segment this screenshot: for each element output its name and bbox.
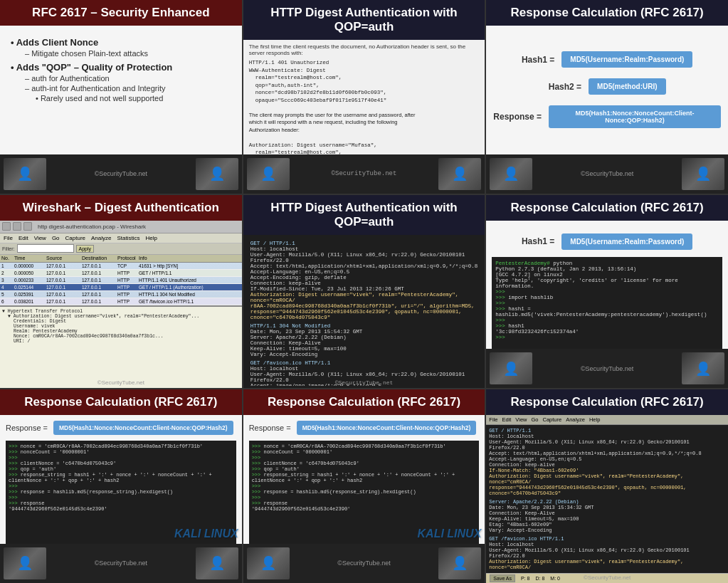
ws-col-no: No. [0,256,14,261]
c9-t6: Connection: keep-alive [489,462,725,468]
py-line7: >>> [495,300,719,306]
ws-detail-line3: Credentials: Digest [14,319,240,324]
cell1-header: RFC 2617 – Security Enhanced [0,0,242,26]
ws-menu-view[interactable]: View [34,235,46,241]
cell7-resp-box: MD5(Hash1:Nonce:NonceCount:Client-Nonce:… [53,421,233,435]
t7-l1: >>> nonce = 'cmR0CA/r8AA-7002cad894ec998… [9,443,233,449]
wireshark-simulator: http digest-authentication.pcap - Wiresh… [0,221,242,389]
ws-pkt3-dst: 127.0.0.1 [82,278,117,283]
c9-t1: GET / HTTP/1.1 [489,428,725,434]
cell5-date: Date: Mon, 23 Sep 2013 15:54:32 GMT [250,329,478,335]
ws-packet-2[interactable]: 2 0.000050 127.0.0.1 127.0.0.1 HTTP GET … [0,270,242,277]
ws-packet-1[interactable]: 1 0.000000 127.0.0.1 127.0.0.1 TCP 41631… [0,263,242,270]
ws-label: http digest-authentication.pcap - Wiresh… [38,224,146,230]
c9-t2: Host: localhost [489,434,725,439]
ws-pkt5-dst: 127.0.0.1 [82,292,117,297]
cell5-ka: Keep-Alive: timeout=5, max=100 [250,346,478,352]
ws-pkt5-info: HTTP/1.1 304 Not Modified [139,292,242,297]
ws-pkt3-no: 3 [0,278,14,283]
hash1-label: Hash1 = [522,55,554,65]
c9-help[interactable]: Help [589,416,600,423]
thumb-right-3: 👤 [682,158,724,190]
thumb-right-1: 👤 [196,158,238,190]
thumb-left-8: 👤 [247,547,290,579]
ws-menu-analyze[interactable]: Analyze [91,235,111,241]
hash1-row: Hash1 = MD5(Username:Realm:Password) [522,51,692,68]
ws-menu-file[interactable]: File [4,235,13,241]
ws-pkt4-prot: HTTP [117,285,139,290]
ws-pkt6-no: 6 [0,299,14,304]
c9-file[interactable]: File [489,416,497,423]
py-line5: >>> [495,289,719,295]
ws-pkt5-src: 127.0.0.1 [46,292,82,297]
c9-view[interactable]: View [515,416,527,423]
cell9-terminal: GET / HTTP/1.1 Host: localhost User-Agen… [486,425,728,573]
bullet-rarely-used: • Rarely used and not well supported [36,94,231,103]
ws-detail-uri: URI: / [14,339,240,344]
cell5-auth-line3: response="9444743d2960f562e01045d53c4e23… [250,309,478,320]
thumb-right-8: 👤 [438,547,481,579]
thumb-left-7: 👤 [4,547,46,579]
ws-pkt4-dst: 127.0.0.1 [82,285,117,290]
ws-menu-statistics[interactable]: Statistics [117,235,140,241]
ws-pkt3-prot: HTTP [117,278,139,283]
ws-btn-1[interactable] [2,222,11,231]
watermark-4: ©SecurityTube.net [0,379,242,386]
ws-pkt2-info: GET / HTTP/1.1 [139,271,242,275]
cell6-content: Hash1 = MD5(Username:Realm:Password) Pen… [486,221,728,389]
c9-edit[interactable]: Edit [502,416,511,423]
cell5-auth-line2: r8AA-7002cad894ec998768d340a0aa7f3b1cf0f… [250,303,478,309]
t7-l5: >>> qop = 'auth' [9,466,233,472]
ws-col-info: Info [139,256,242,261]
c9-go[interactable]: Go [531,416,538,423]
cell-wireshark-bot: Response Calculation (RFC 2617) File Edi… [486,389,728,583]
face-icon-1: 👤 [4,158,46,190]
cell5-terminal: GET / HTTP/1.1 Host: localhost User-Agen… [247,237,482,387]
t7-l7: >>> [9,483,233,489]
ws-packet-3[interactable]: 3 0.000233 127.0.0.1 127.0.0.1 HTTP HTTP… [0,277,242,284]
ws-packet-5[interactable]: 5 0.025391 127.0.0.1 127.0.0.1 HTTP HTTP… [0,291,242,298]
t7-l9: >>> [9,495,233,500]
ws-packet-6[interactable]: 6 0.038201 127.0.0.1 127.0.0.1 HTTP GET … [0,298,242,305]
ws-menu-help[interactable]: Help [146,235,157,241]
ws-filter-apply[interactable]: Apply [76,245,95,253]
cell-http-digest-mid: HTTP Digest Authentication with QOP=auth… [243,195,485,389]
py-line2: Python 2.7.3 (default, Jan 2 2013, 13:56… [495,266,719,272]
thumbnail-bar-2: 👤 ©SecurityTube.net 👤 [243,154,485,194]
c9-t12: Connection: Keep-Alive [489,510,725,516]
ws-packets: No. Time Source Destination Protocol Inf… [0,255,242,389]
response-label: Response = [493,112,542,122]
bullet-adds-nonce: • Adds Client Nonce [11,37,231,48]
hash2-box: MD5(method:URI) [589,78,665,95]
cell9-content: File Edit View Go Capture Analyze Help G… [486,415,728,583]
t8-l10: >>> response [252,500,477,506]
py-line12: >>> [495,335,719,340]
cell8-resp-box: MD5(Hash1:Nonce:NonceCount:Client-Nonce:… [297,421,477,435]
ws-pkt3-time: 0.000233 [14,278,46,283]
thumbnail-bar-6: 👤 ©SecurityTube.net 👤 [486,349,728,388]
ws-btn-2[interactable] [13,222,21,231]
cell2-intro: The first time the client requests the d… [249,43,480,56]
c9-capture[interactable]: Capture [543,416,562,423]
ws-packet-4[interactable]: 4 0.025144 127.0.0.1 127.0.0.1 HTTP GET … [0,284,242,291]
cell3-content: Hash1 = MD5(Username:Realm:Password) Has… [486,26,728,194]
ws-packet-list: No. Time Source Destination Protocol Inf… [0,255,242,389]
py-line6: >>> import hashlib [495,295,719,300]
response-row: Response = MD5(Hash1:Nonce:NonceCount:Cl… [493,105,721,128]
cell5-auth-line: Authorization: Digest username="vivek", … [250,292,478,303]
c9-t14: Etag: "4Bbas1-602e09" [489,522,725,527]
t8-l4: >>> clientNonce = 'c6470b4d075043c9' [252,461,477,466]
cell5-line8: If-Modified-Since: Tue, 23 Jul 2013 12:2… [250,286,478,292]
ws-btn-3[interactable] [23,222,32,231]
ws-menu-capture[interactable]: Capture [65,235,85,241]
py-line1: PentesterAcademy# python [495,261,719,266]
c9-analyze[interactable]: Analyze [566,416,585,423]
t7-l3: >>> [9,455,233,461]
ws-menu-edit[interactable]: Edit [19,235,28,241]
ws-menu-go[interactable]: Go [52,235,60,241]
face-icon-16: 👤 [438,547,481,579]
cell7-response-row: Response = MD5(Hash1:Nonce:NonceCount:Cl… [6,421,236,435]
ws-col-time: Time [14,256,46,261]
ws-filter-input[interactable] [17,244,74,253]
ws-pkt6-src: 127.0.0.1 [46,299,82,304]
